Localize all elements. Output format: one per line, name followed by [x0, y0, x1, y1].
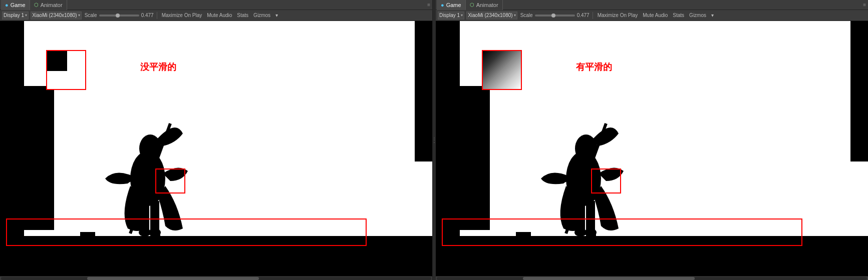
left-scrollbar-thumb[interactable]	[87, 277, 259, 280]
left-maximize-btn[interactable]: Maximize On Play	[160, 12, 204, 18]
left-terrain-right-top	[415, 21, 432, 162]
right-terrain-right-top	[850, 21, 868, 162]
right-animator-icon: ⬡	[470, 2, 474, 8]
game-icon: ●	[5, 2, 9, 8]
right-character-svg	[536, 94, 646, 238]
right-scale-value: 0.477	[577, 12, 590, 18]
left-tab-animator[interactable]: ⬡ Animator	[30, 0, 67, 10]
right-debris-1	[516, 232, 531, 236]
left-viewport: 没平滑的	[0, 21, 432, 276]
right-scale-slider-container[interactable]	[535, 14, 575, 16]
animator-icon: ⬡	[34, 2, 39, 8]
right-tab-animator[interactable]: ⬡ Animator	[466, 0, 503, 10]
right-top-red-box	[482, 50, 522, 90]
right-maximize-btn[interactable]: Maximize On Play	[596, 12, 640, 18]
right-display-arrow-icon: ▾	[461, 13, 463, 18]
right-mute-btn[interactable]: Mute Audio	[641, 12, 669, 18]
right-resolution-select[interactable]: XiaoMi (2340x1080) ▾	[466, 12, 517, 20]
right-gizmos-btn[interactable]: Gizmos	[688, 12, 708, 18]
right-tab-game[interactable]: ● Game	[437, 0, 466, 10]
right-scrollbar-track[interactable]	[437, 277, 867, 280]
left-sep-1	[157, 12, 157, 19]
left-scene: 没平滑的	[0, 21, 432, 276]
right-viewport-inner: 有平滑的	[436, 21, 868, 276]
left-debris-2	[150, 234, 160, 236]
right-resolution-arrow-icon: ▾	[514, 13, 516, 18]
left-display-select[interactable]: Display 1 ▾	[2, 12, 29, 20]
left-resolution-select[interactable]: XiaoMi (2340x1080) ▾	[31, 12, 82, 20]
left-annotation-label: 没平滑的	[140, 61, 176, 73]
right-panel: ● Game ⬡ Animator ≡ Display 1 ▾ XiaoMi (…	[436, 0, 868, 280]
left-scrollbar[interactable]	[0, 276, 432, 280]
drag-handle-left: ≡	[425, 2, 432, 8]
right-scale-thumb	[551, 14, 555, 18]
right-viewport: 有平滑的	[436, 21, 868, 276]
left-scale-label: Scale	[85, 12, 97, 18]
panels-container: ● Game ⬡ Animator ≡ Display 1 ▾ XiaoMi (…	[0, 0, 868, 280]
left-mute-btn[interactable]: Mute Audio	[205, 12, 233, 18]
left-scrollbar-track[interactable]	[1, 277, 431, 280]
left-panel: ● Game ⬡ Animator ≡ Display 1 ▾ XiaoMi (…	[0, 0, 433, 280]
right-debris-2	[586, 234, 596, 236]
right-building-tall	[460, 86, 490, 236]
left-gizmos-btn[interactable]: Gizmos	[252, 12, 272, 18]
left-character-svg	[100, 94, 210, 238]
right-game-icon: ●	[441, 2, 444, 8]
left-gizmos-arrow[interactable]: ▾	[274, 12, 279, 18]
right-toolbar: Display 1 ▾ XiaoMi (2340x1080) ▾ Scale 0…	[436, 10, 868, 21]
right-scrollbar-thumb[interactable]	[523, 277, 695, 280]
right-scene: 有平滑的	[436, 21, 868, 276]
right-scale-label: Scale	[520, 12, 533, 18]
display-arrow-icon: ▾	[25, 13, 27, 18]
right-annotation-label: 有平滑的	[576, 61, 612, 73]
right-sep-1	[593, 12, 593, 19]
left-scale-value: 0.477	[141, 12, 154, 18]
left-scale-slider[interactable]	[99, 14, 139, 16]
right-display-select[interactable]: Display 1 ▾	[438, 12, 464, 20]
left-tab-game[interactable]: ● Game	[1, 0, 30, 10]
left-viewport-inner: 没平滑的	[0, 21, 432, 276]
left-ground	[0, 236, 432, 276]
right-scale-slider[interactable]	[535, 14, 575, 16]
left-scale-slider-container[interactable]	[99, 14, 139, 16]
left-toolbar: Display 1 ▾ XiaoMi (2340x1080) ▾ Scale 0…	[0, 10, 432, 21]
left-scale-thumb	[116, 14, 120, 18]
right-stats-btn[interactable]: Stats	[671, 12, 686, 18]
resolution-arrow-icon: ▾	[78, 13, 80, 18]
left-building-tall	[24, 86, 54, 236]
right-gizmos-arrow[interactable]: ▾	[710, 12, 715, 18]
drag-handle-right: ≡	[861, 2, 868, 8]
left-tab-bar: ● Game ⬡ Animator ≡	[0, 0, 432, 10]
right-tab-bar: ● Game ⬡ Animator ≡	[436, 0, 868, 10]
right-ground	[436, 236, 868, 276]
left-top-red-box	[46, 50, 86, 90]
left-stats-btn[interactable]: Stats	[235, 12, 250, 18]
left-debris-1	[80, 232, 95, 236]
right-scrollbar[interactable]	[436, 276, 868, 280]
